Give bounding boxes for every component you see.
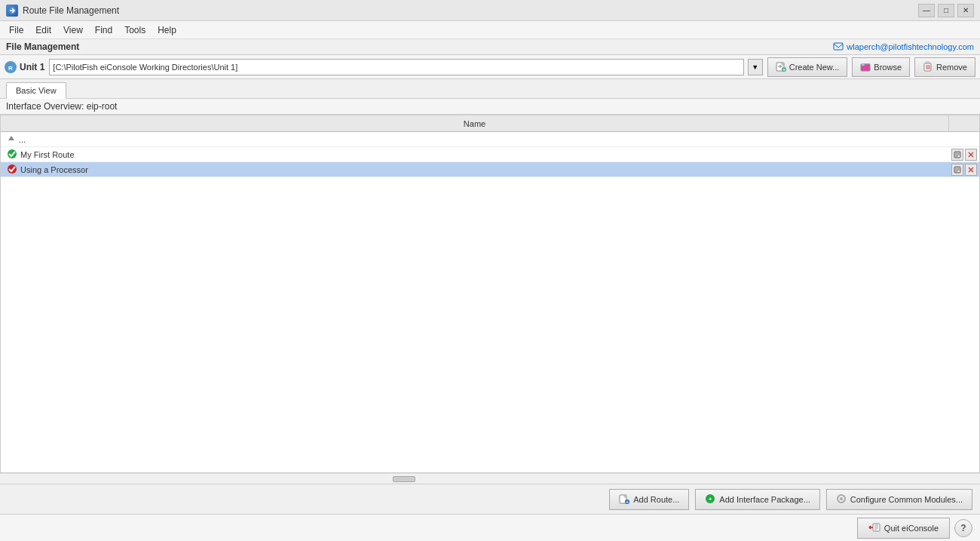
quit-label: Quit eiConsole — [884, 524, 939, 533]
create-new-button[interactable]: + Create New... — [767, 57, 848, 77]
minimize-button[interactable]: — — [918, 4, 935, 17]
svg-rect-1 — [834, 43, 843, 50]
svg-text:+: + — [782, 67, 786, 72]
remove-label: Remove — [936, 63, 967, 72]
menu-bar: File Edit View Find Tools Help — [0, 21, 980, 39]
menu-tools[interactable]: Tools — [118, 21, 152, 38]
add-route-label: Add Route... — [633, 495, 679, 504]
menu-edit[interactable]: Edit — [29, 21, 57, 38]
up-arrow-icon — [7, 134, 16, 145]
browse-button[interactable]: Browse — [852, 57, 910, 77]
unit-icon: R — [5, 61, 17, 73]
table-header: Name — [1, 115, 979, 132]
email-address: wlaperch@pilotfishtechnology.com — [847, 42, 974, 51]
window-title: Route File Management — [23, 5, 119, 16]
svg-marker-16 — [8, 136, 14, 140]
email-icon — [833, 41, 844, 52]
svg-text:+: + — [709, 496, 712, 503]
table-cell-my-first-route: My First Route — [1, 147, 949, 161]
browse-label: Browse — [874, 63, 902, 72]
menu-find[interactable]: Find — [89, 21, 118, 38]
unit-name: Unit 1 — [20, 62, 44, 72]
menu-help[interactable]: Help — [152, 21, 182, 38]
svg-text:+: + — [626, 500, 629, 504]
unit-toolbar: R Unit 1 ▼ + Create New... Brow — [0, 55, 980, 79]
delete-button[interactable] — [965, 164, 977, 176]
bottom-bar: + Add Route... + Add Interface Package..… — [0, 484, 980, 514]
table-row-actions — [949, 164, 979, 176]
table-cell-using-a-processor: Using a Processor — [1, 162, 949, 177]
table-row[interactable]: ... — [1, 132, 979, 147]
title-bar-left: Route File Management — [6, 5, 119, 17]
unit-label: R Unit 1 — [5, 61, 44, 73]
table-row-actions — [949, 149, 979, 161]
add-interface-package-button[interactable]: + Add Interface Package... — [695, 489, 819, 510]
quit-icon — [868, 522, 880, 534]
section-header: File Management wlaperch@pilotfishtechno… — [0, 39, 980, 55]
table-body: ... My First Route — [1, 132, 979, 472]
table-row[interactable]: Using a Processor — [1, 162, 979, 177]
svg-rect-15 — [926, 62, 929, 63]
create-new-label: Create New... — [789, 63, 840, 72]
svg-rect-10 — [862, 64, 865, 66]
svg-point-17 — [8, 149, 17, 158]
remove-icon — [923, 61, 933, 73]
content-area: Basic View Interface Overview: eip-root … — [0, 79, 980, 514]
create-new-icon: + — [776, 61, 786, 73]
svg-point-37 — [840, 497, 843, 500]
table-row[interactable]: My First Route — [1, 147, 979, 162]
help-button[interactable]: ? — [954, 519, 972, 537]
interface-overview-label: Interface Overview: eip-root — [0, 99, 980, 115]
edit-button[interactable] — [951, 149, 963, 161]
tab-basic-view[interactable]: Basic View — [6, 82, 66, 99]
add-route-icon: + — [619, 493, 629, 506]
email-info: wlaperch@pilotfishtechnology.com — [833, 41, 974, 52]
tab-bar: Basic View — [0, 79, 980, 99]
scroll-thumb[interactable] — [393, 476, 415, 482]
quit-button[interactable]: Quit eiConsole — [857, 518, 950, 539]
edit-button[interactable] — [951, 164, 963, 176]
title-bar: Route File Management — □ ✕ — [0, 0, 980, 21]
window-controls: — □ ✕ — [918, 4, 974, 17]
unit-path-dropdown[interactable]: ▼ — [748, 59, 763, 75]
add-interface-icon: + — [705, 493, 715, 506]
configure-icon — [836, 493, 847, 506]
remove-button[interactable]: Remove — [914, 57, 975, 77]
section-title: File Management — [6, 41, 79, 52]
app-icon — [6, 5, 18, 17]
column-header-actions — [949, 115, 979, 131]
close-button[interactable]: ✕ — [957, 4, 974, 17]
add-route-button[interactable]: + Add Route... — [609, 489, 689, 510]
svg-rect-38 — [873, 524, 880, 531]
menu-file[interactable]: File — [3, 21, 29, 38]
unit-path-input[interactable] — [49, 59, 743, 75]
route-red-icon — [7, 164, 17, 176]
delete-button[interactable] — [965, 149, 977, 161]
route-green-icon — [7, 149, 17, 161]
column-header-name: Name — [1, 115, 949, 131]
table-cell-parent: ... — [1, 132, 949, 146]
scroll-area — [0, 473, 980, 484]
file-table: Name ... — [0, 115, 980, 473]
configure-modules-label: Configure Common Modules... — [850, 495, 963, 504]
svg-text:R: R — [8, 65, 13, 72]
add-interface-label: Add Interface Package... — [719, 495, 810, 504]
footer: Quit eiConsole ? — [0, 514, 980, 541]
menu-view[interactable]: View — [57, 21, 89, 38]
configure-modules-button[interactable]: Configure Common Modules... — [826, 489, 972, 510]
svg-point-24 — [8, 164, 17, 174]
maximize-button[interactable]: □ — [938, 4, 954, 17]
browse-icon — [860, 61, 871, 73]
help-icon: ? — [960, 523, 966, 533]
